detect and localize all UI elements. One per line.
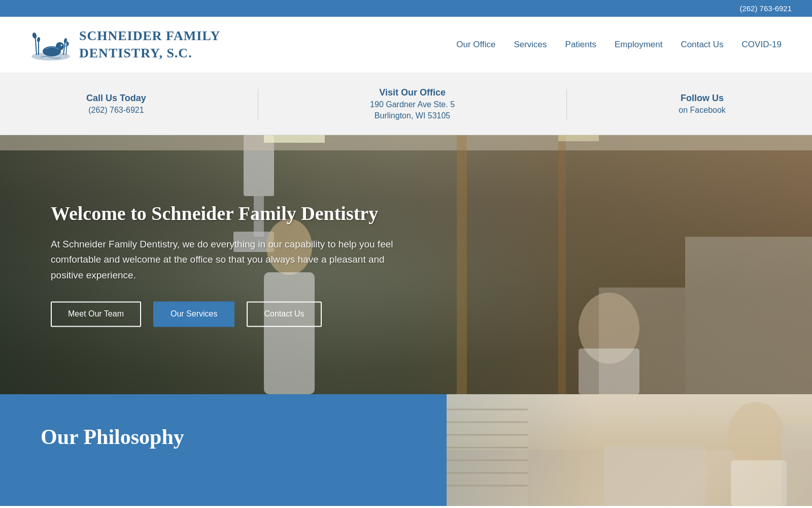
phone-number: (262) 763-6921 [739,4,792,13]
nav-covid19[interactable]: COVID-19 [742,40,782,50]
follow-info: Follow Us on Facebook [679,93,726,115]
info-bar: Call Us Today (262) 763-6921 Visit Our O… [0,73,812,135]
logo-icon [30,27,71,62]
nav-our-office[interactable]: Our Office [456,40,495,50]
philosophy-text: Our Philosophy [0,394,447,506]
visit-address2: Burlington, WI 53105 [370,111,455,120]
philosophy-title: Our Philosophy [41,425,406,449]
svg-point-12 [61,45,62,46]
divider-2 [566,89,567,119]
visit-address1: 190 Gardner Ave Ste. 5 [370,100,455,109]
svg-rect-19 [264,135,325,143]
svg-line-6 [63,42,65,55]
hero-content: Welcome to Schneider Family Dentistry At… [51,202,396,327]
logo-text: Schneider Family Dentistry, S.C. [79,27,220,62]
logo-line2: Dentistry, S.C. [79,45,220,62]
svg-point-11 [56,42,64,50]
logo-line1: Schneider Family [79,27,220,45]
visit-info: Visit Our Office 190 Gardner Ave Ste. 5 … [370,87,455,120]
svg-point-3 [32,32,38,39]
svg-point-37 [728,402,784,468]
nav-employment[interactable]: Employment [615,40,662,50]
nav-services[interactable]: Services [514,40,547,50]
svg-point-9 [66,42,69,46]
nav-contact-us[interactable]: Contact Us [681,40,723,50]
divider-1 [258,89,258,119]
philosophy-section: Our Philosophy [0,394,812,506]
meet-team-button[interactable]: Meet Our Team [51,302,141,327]
svg-rect-18 [558,135,566,394]
svg-rect-36 [604,445,705,506]
call-info: Call Us Today (262) 763-6921 [86,93,146,115]
hero-title: Welcome to Schneider Family Dentistry [51,202,396,225]
svg-line-1 [36,40,37,55]
our-services-button[interactable]: Our Services [153,302,234,327]
svg-rect-26 [579,348,639,394]
svg-rect-39 [782,425,812,506]
svg-rect-38 [731,460,787,506]
main-nav: Our Office Services Patients Employment … [456,40,782,50]
top-bar: (262) 763-6921 [0,0,812,17]
visit-label: Visit Our Office [370,87,455,98]
philosophy-image [447,394,812,506]
call-phone: (262) 763-6921 [86,106,146,115]
hero-buttons: Meet Our Team Our Services Contact Us [51,302,396,327]
contact-us-button[interactable]: Contact Us [247,302,321,327]
follow-platform[interactable]: on Facebook [679,106,726,115]
philosophy-img-decoration [447,394,812,506]
logo-area: Schneider Family Dentistry, S.C. [30,27,220,62]
hero-description: At Schneider Family Dentistry, we do eve… [51,237,396,283]
svg-rect-27 [447,394,528,506]
svg-rect-16 [0,135,812,150]
nav-patients[interactable]: Patients [565,40,596,50]
follow-label: Follow Us [679,93,726,104]
call-label: Call Us Today [86,93,146,104]
svg-rect-21 [685,237,812,394]
hero-section: Welcome to Schneider Family Dentistry At… [0,135,812,394]
svg-point-5 [37,37,41,43]
svg-rect-17 [457,135,467,394]
svg-rect-20 [558,135,599,141]
site-header: Schneider Family Dentistry, S.C. Our Off… [0,17,812,73]
